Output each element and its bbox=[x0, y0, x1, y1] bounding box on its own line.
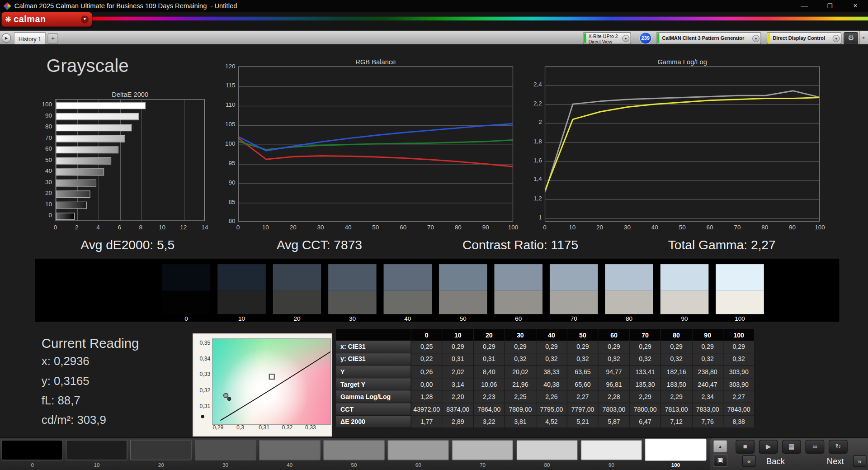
table-cell[interactable]: 2,34 bbox=[692, 391, 723, 404]
table-cell[interactable]: 2,29 bbox=[630, 391, 661, 404]
table-cell[interactable]: 135,30 bbox=[630, 378, 661, 391]
table-cell[interactable]: 0,29 bbox=[661, 341, 692, 353]
stop-button[interactable]: ■ bbox=[736, 440, 755, 454]
table-cell[interactable]: 7813,00 bbox=[661, 403, 692, 416]
table-cell[interactable]: 21,96 bbox=[505, 378, 536, 391]
back-button[interactable]: « bbox=[742, 456, 755, 467]
pattern-generator-button[interactable]: CalMAN Client 3 Pattern Generator ▾ bbox=[656, 32, 761, 44]
table-cell[interactable]: 2,23 bbox=[474, 391, 505, 404]
table-cell[interactable]: 96,81 bbox=[599, 378, 630, 391]
settings-button[interactable]: ⚙ bbox=[844, 32, 858, 44]
table-cell[interactable]: 20,02 bbox=[505, 366, 536, 378]
minimize-button[interactable]: — bbox=[792, 0, 817, 12]
restore-button[interactable]: ❐ bbox=[817, 0, 842, 12]
table-cell[interactable]: 0,32 bbox=[692, 353, 723, 366]
table-cell[interactable]: 7800,00 bbox=[630, 403, 661, 416]
table-cell[interactable]: 0,32 bbox=[723, 353, 755, 366]
meter-device-button[interactable]: X-Rite i1Pro 2 Direct View ▾ bbox=[583, 32, 631, 44]
table-cell[interactable]: 63,65 bbox=[567, 366, 599, 378]
table-cell[interactable]: 5,87 bbox=[599, 416, 630, 428]
pattern-button-20[interactable] bbox=[130, 440, 192, 460]
table-cell[interactable]: 0,29 bbox=[723, 341, 755, 353]
pattern-button-10[interactable] bbox=[66, 440, 127, 460]
next-button[interactable]: » bbox=[853, 456, 866, 467]
table-cell[interactable]: 5,21 bbox=[567, 416, 599, 428]
table-cell[interactable]: 40,38 bbox=[536, 378, 567, 391]
pattern-button-40[interactable] bbox=[259, 440, 321, 460]
table-cell[interactable]: 65,60 bbox=[567, 378, 599, 391]
table-cell[interactable]: 3,81 bbox=[505, 416, 536, 428]
table-cell[interactable]: 303,90 bbox=[723, 378, 755, 391]
pattern-button-70[interactable] bbox=[452, 440, 514, 460]
table-cell[interactable]: 8,38 bbox=[723, 416, 755, 428]
calman-menu-button[interactable]: ❋ calman ▾ bbox=[2, 12, 92, 27]
table-cell[interactable]: 2,27 bbox=[723, 391, 755, 404]
back-label[interactable]: Back bbox=[759, 456, 792, 467]
table-cell[interactable]: 183,50 bbox=[661, 378, 692, 391]
table-cell[interactable]: 6,47 bbox=[630, 416, 661, 428]
table-cell[interactable]: 3,22 bbox=[474, 416, 505, 428]
table-cell[interactable]: 7843,00 bbox=[723, 403, 755, 416]
table-cell[interactable]: 3,14 bbox=[443, 378, 474, 391]
table-cell[interactable]: 0,32 bbox=[599, 353, 630, 366]
table-cell[interactable]: 240,47 bbox=[692, 378, 723, 391]
save-button[interactable]: ▦ bbox=[782, 440, 801, 454]
table-cell[interactable]: 2,25 bbox=[505, 391, 536, 404]
tab-history-1[interactable]: History 1 bbox=[14, 32, 46, 45]
pattern-button-90[interactable] bbox=[580, 440, 642, 460]
add-tab-button[interactable]: + bbox=[47, 33, 58, 43]
table-cell[interactable]: 94,77 bbox=[599, 366, 630, 378]
table-cell[interactable]: 2,89 bbox=[443, 416, 474, 428]
pattern-button-60[interactable] bbox=[387, 440, 449, 460]
table-cell[interactable]: 0,29 bbox=[567, 341, 599, 353]
play-button[interactable]: ▶ bbox=[759, 440, 778, 454]
table-cell[interactable]: 0,29 bbox=[630, 341, 661, 353]
table-cell[interactable]: 0,32 bbox=[661, 353, 692, 366]
pattern-button-50[interactable] bbox=[323, 440, 385, 460]
table-cell[interactable]: 182,16 bbox=[661, 366, 692, 378]
table-cell[interactable]: 7809,00 bbox=[505, 403, 536, 416]
table-cell[interactable]: 238,80 bbox=[692, 366, 723, 378]
table-cell[interactable]: 0,29 bbox=[692, 341, 723, 353]
table-cell[interactable]: 0,31 bbox=[443, 353, 474, 366]
table-cell[interactable]: 0,32 bbox=[630, 353, 661, 366]
table-cell[interactable]: 7833,00 bbox=[692, 403, 723, 416]
pattern-button-80[interactable] bbox=[516, 440, 578, 460]
table-cell[interactable]: 8374,00 bbox=[443, 403, 474, 416]
pattern-button-100[interactable] bbox=[645, 439, 707, 461]
table-cell[interactable]: 10,06 bbox=[474, 378, 505, 391]
table-cell[interactable]: 0,32 bbox=[536, 353, 567, 366]
table-cell[interactable]: 7,12 bbox=[661, 416, 692, 428]
table-cell[interactable]: 0,00 bbox=[411, 378, 443, 391]
table-cell[interactable]: 2,26 bbox=[536, 391, 567, 404]
table-cell[interactable]: 1,28 bbox=[411, 391, 443, 404]
table-cell[interactable]: 0,26 bbox=[411, 366, 443, 378]
table-cell[interactable]: 0,29 bbox=[443, 341, 474, 353]
table-cell[interactable]: 0,29 bbox=[474, 341, 505, 353]
pattern-button-30[interactable] bbox=[195, 440, 256, 460]
display-control-button[interactable]: Direct Display Control ▾ bbox=[767, 32, 841, 44]
table-cell[interactable]: 8,40 bbox=[474, 366, 505, 378]
next-label[interactable]: Next bbox=[819, 456, 852, 467]
tab-nav-button[interactable]: ▶ bbox=[2, 33, 11, 43]
table-cell[interactable]: 7,76 bbox=[692, 416, 723, 428]
table-cell[interactable]: 7864,00 bbox=[474, 403, 505, 416]
table-cell[interactable]: 1,77 bbox=[411, 416, 443, 428]
table-cell[interactable]: 4,52 bbox=[536, 416, 567, 428]
close-button[interactable]: × bbox=[843, 0, 868, 12]
table-cell[interactable]: 2,29 bbox=[661, 391, 692, 404]
table-cell[interactable]: 303,90 bbox=[723, 366, 755, 378]
table-cell[interactable]: 2,02 bbox=[443, 366, 474, 378]
pattern-button-0[interactable] bbox=[2, 440, 63, 460]
table-cell[interactable]: 7795,00 bbox=[536, 403, 567, 416]
table-cell[interactable]: 2,27 bbox=[567, 391, 599, 404]
table-cell[interactable]: 0,32 bbox=[505, 353, 536, 366]
table-cell[interactable]: 0,22 bbox=[411, 353, 443, 366]
refresh-button[interactable]: ↻ bbox=[829, 440, 848, 454]
table-cell[interactable]: 0,31 bbox=[474, 353, 505, 366]
table-cell[interactable]: 0,29 bbox=[536, 341, 567, 353]
table-cell[interactable]: 0,25 bbox=[411, 341, 443, 353]
layout-toggle-button[interactable]: ▣ bbox=[713, 454, 727, 467]
table-cell[interactable]: 7797,00 bbox=[567, 403, 599, 416]
tab-scroll-right-button[interactable]: ▸ bbox=[859, 31, 868, 45]
